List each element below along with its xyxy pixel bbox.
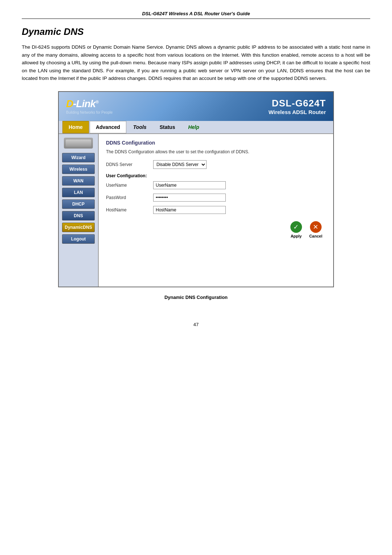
- apply-button[interactable]: ✓ Apply: [290, 221, 302, 238]
- device-image: [64, 138, 93, 149]
- router-body: Wizard Wireless WAN LAN DHCP DNS Dynamic…: [59, 134, 333, 287]
- sidebar-btn-wizard[interactable]: Wizard: [62, 153, 95, 162]
- doc-header: DSL-G624T Wireless A DSL Router User's G…: [22, 11, 370, 19]
- router-header: D-Link® Building Networks for People DSL…: [59, 92, 333, 121]
- page-number: 47: [22, 322, 370, 327]
- dlink-tagline: Building Networks for People: [66, 110, 113, 114]
- figure-caption: Dynamic DNS Configuration: [22, 295, 370, 300]
- router-model-sub: Wireless ADSL Router: [269, 109, 326, 115]
- nav-tools[interactable]: Tools: [127, 121, 153, 133]
- sidebar: Wizard Wireless WAN LAN DHCP DNS Dynamic…: [59, 134, 99, 287]
- username-row: UserName: [106, 181, 326, 189]
- password-row: PassWord: [106, 194, 326, 202]
- nav-home[interactable]: Home: [62, 121, 89, 133]
- ddns-server-label: DDNS Server: [106, 162, 153, 167]
- username-input[interactable]: [153, 181, 226, 189]
- hostname-input[interactable]: [153, 206, 226, 214]
- sidebar-btn-dhcp[interactable]: DHCP: [62, 199, 95, 209]
- sidebar-btn-dns[interactable]: DNS: [62, 211, 95, 220]
- router-model-name: DSL-G624T: [269, 98, 326, 109]
- dlink-logo-d: D: [66, 98, 73, 109]
- page-title: Dynamic DNS: [22, 26, 370, 37]
- nav-status[interactable]: Status: [154, 121, 181, 133]
- hostname-label: HostName: [106, 207, 153, 212]
- dlink-logo-area: D-Link® Building Networks for People: [66, 98, 113, 114]
- intro-text: The DI-624S supports DDNS or Dynamic Dom…: [22, 43, 370, 82]
- hostname-row: HostName: [106, 206, 326, 214]
- apply-icon: ✓: [290, 221, 302, 233]
- sidebar-btn-dynamicdns[interactable]: DynamicDNS: [62, 223, 95, 232]
- cancel-button[interactable]: ✕ Cancel: [309, 221, 322, 238]
- section-title: DDNS Configuration: [106, 140, 326, 146]
- password-label: PassWord: [106, 195, 153, 200]
- user-config-label: User Configuration:: [106, 173, 326, 178]
- section-desc: The DDNS Configuration allows the user t…: [106, 149, 326, 154]
- sidebar-btn-wan[interactable]: WAN: [62, 176, 95, 186]
- apply-label: Apply: [291, 234, 302, 238]
- content-area: DDNS Configuration The DDNS Configuratio…: [99, 134, 333, 287]
- dlink-logo: D-Link®: [66, 98, 113, 110]
- router-nav: Home Advanced Tools Status Help: [59, 121, 333, 134]
- nav-advanced[interactable]: Advanced: [90, 121, 126, 133]
- router-ui: D-Link® Building Networks for People DSL…: [58, 91, 334, 287]
- cancel-label: Cancel: [309, 234, 322, 238]
- cancel-icon: ✕: [310, 221, 322, 233]
- username-label: UserName: [106, 183, 153, 188]
- sidebar-btn-lan[interactable]: LAN: [62, 188, 95, 197]
- router-model-area: DSL-G624T Wireless ADSL Router: [269, 98, 326, 115]
- sidebar-btn-wireless[interactable]: Wireless: [62, 165, 95, 174]
- ddns-server-select[interactable]: Disable DDNS Server: [153, 160, 207, 169]
- password-input[interactable]: [153, 194, 226, 202]
- nav-help[interactable]: Help: [182, 121, 205, 133]
- action-row: ✓ Apply ✕ Cancel: [106, 221, 326, 238]
- ddns-server-row: DDNS Server Disable DDNS Server: [106, 160, 326, 169]
- sidebar-btn-logout[interactable]: Logout: [62, 234, 95, 244]
